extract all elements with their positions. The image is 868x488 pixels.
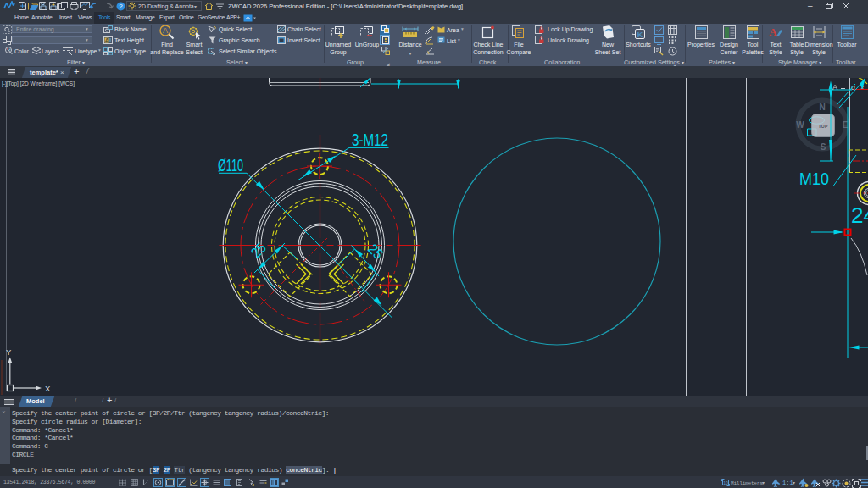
svg-text:A: A bbox=[832, 83, 837, 92]
svg-text:X: X bbox=[45, 384, 51, 393]
svg-text:N: N bbox=[819, 103, 825, 112]
svg-text:S: S bbox=[821, 142, 826, 152]
svg-text:10: 10 bbox=[723, 480, 728, 485]
svg-text:25: 25 bbox=[248, 240, 269, 261]
svg-text:A: A bbox=[163, 26, 168, 35]
svg-text:3-M12: 3-M12 bbox=[352, 130, 388, 149]
svg-text:W: W bbox=[796, 120, 804, 130]
svg-text:Y: Y bbox=[6, 347, 12, 357]
svg-text:A: A bbox=[105, 37, 109, 43]
svg-text:TOP: TOP bbox=[818, 124, 827, 129]
svg-text:Ø110: Ø110 bbox=[218, 156, 243, 175]
svg-text:K: K bbox=[637, 30, 643, 39]
svg-text:M10: M10 bbox=[799, 169, 829, 188]
svg-text:24: 24 bbox=[851, 203, 868, 227]
svg-text:A: A bbox=[769, 25, 777, 38]
svg-text:?: ? bbox=[119, 3, 123, 10]
